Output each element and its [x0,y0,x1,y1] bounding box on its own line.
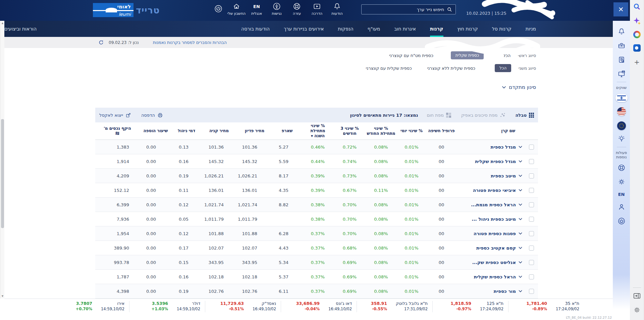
row-checkbox[interactable] [529,159,534,164]
row-checkbox[interactable] [529,231,534,236]
risk-map-button[interactable]: מפת סיכונים באפיק [461,112,505,118]
column-header-fund-name[interactable]: שם קרן [456,128,538,134]
office-ring-icon[interactable] [633,31,641,38]
nav-item[interactable]: מעו"ף [361,21,387,37]
nav-item[interactable]: אירועים בניירות ערך [277,21,331,37]
primary-filter-all[interactable]: הכל [503,53,511,58]
column-header-purchase-price[interactable]: מחיר קניה [201,128,237,134]
fund-name-link[interactable]: איביאי כספית פטורה [456,188,516,193]
export-excel-button[interactable]: ייצוא לאקסל [99,112,131,118]
fund-name-link[interactable]: הראל כספית מגמת... [456,202,516,207]
copilot-sparkle-icon[interactable] [633,17,641,25]
secondary-filter-all[interactable]: הכל [495,64,511,72]
briefcase-icon[interactable] [618,42,626,50]
column-header-exposure-profile[interactable]: פרופיל חשיפה [427,128,456,134]
print-button[interactable]: הדפסה [141,112,163,118]
column-header-3month-change[interactable]: % שינוי 3 חודשים [334,126,366,136]
gear-icon[interactable] [618,178,626,186]
scrollbar-down-arrow[interactable]: ▼ [0,294,5,299]
row-checkbox[interactable] [529,202,534,207]
row-expand-button[interactable] [516,160,525,163]
ticker-item[interactable]: אירו 14:59,10/02 3.7807 +0.70% [53,301,129,312]
nav-item[interactable]: קרנות חוץ [450,21,485,37]
fund-name-link[interactable]: קסם אקטיב כספית [456,245,516,251]
row-expand-button[interactable] [516,146,525,148]
secondary-filter-option-2[interactable]: כספית שקלית עם קונצרני [366,66,412,71]
column-header-sharpe[interactable]: שארפ [272,128,302,134]
column-header-ytd-change-sorted[interactable]: % שינוי מתחילת השנה ▾ [302,123,334,139]
tutorial-button[interactable]: הדרכה [308,2,326,16]
scrollbar-up-arrow[interactable]: ▲ [0,21,5,25]
outlook-icon[interactable] [633,44,641,52]
row-checkbox[interactable] [529,173,534,178]
nav-item[interactable]: קרנות סל [485,21,519,37]
ticker-item[interactable]: ת"א 35 17:24,09/02 1,781.40 -0.89% [508,301,584,312]
row-expand-button[interactable] [516,275,525,278]
row-checkbox[interactable] [529,274,534,279]
column-header-management-fee[interactable]: דמי ניהול [172,128,201,134]
fund-name-link[interactable]: פסגות כספית פטורה [456,231,516,236]
accessibility-button[interactable]: נגישות [268,2,286,16]
bell-icon[interactable] [618,28,626,36]
row-checkbox[interactable] [529,289,534,294]
primary-filter-selected[interactable]: כספית שקלית [451,51,484,59]
row-checkbox[interactable] [529,246,534,251]
row-expand-button[interactable] [516,218,525,220]
nav-item[interactable]: הודעות בורסה [234,21,277,37]
nav-item[interactable]: מניות [519,21,543,37]
screen-mail-icon[interactable] [618,70,626,78]
heat-map-button[interactable]: מפת חום [427,113,451,118]
column-header-addition-rate[interactable]: שיעור הוספה [140,128,172,134]
panel-toggle-icon[interactable] [633,292,641,300]
help-button[interactable]: עזרה [288,2,306,16]
search-icon[interactable] [633,3,641,11]
fund-name-link[interactable]: הראל כספית שקלית [456,274,516,279]
english-button[interactable]: EN אנגלית [248,2,266,16]
row-expand-button[interactable] [516,261,525,264]
primary-filter-option[interactable]: כספית מט"ח עם קונצרני [389,53,433,58]
add-icon[interactable]: + [634,58,640,66]
nav-item[interactable]: איגרות חוב [387,21,423,37]
refresh-icon[interactable] [98,40,104,45]
eu-flag-icon[interactable] [617,121,626,130]
fund-name-link[interactable]: מגדל כספית [456,144,516,150]
ticker-item[interactable]: ת"א גלובל בלוטק 17:31,09/02 358.91 -0.55… [357,301,432,312]
news-search-icon[interactable] [618,56,626,64]
power-icon[interactable] [618,217,626,225]
fund-name-link[interactable]: מיטב כספית ניהול ... [456,216,516,222]
fund-trading-explanations-link[interactable]: הבהרות והסברים למסחר בקרנות נאמנות [153,40,227,45]
israel-flag-icon[interactable] [615,94,628,102]
column-header-redemption-price[interactable]: מחיר פדיון [237,128,272,134]
fund-name-link[interactable]: מיטב כספית [456,173,516,178]
user-icon[interactable] [618,203,626,211]
ticker-item[interactable]: נאסד"ק 16:49,10/02 11,729.63 -0.51% [205,301,281,312]
bulb-icon[interactable] [618,135,626,143]
ticker-item[interactable]: דאו ג'ונס 16:49,10/02 33,686.99 -0.04% [281,301,357,312]
column-header-month-change[interactable]: % שינוי מתחילת החודש [366,126,396,136]
row-expand-button[interactable] [516,189,525,192]
logout-button[interactable] [211,5,225,13]
sidebar-close-button[interactable]: ✕ [613,2,628,16]
row-checkbox[interactable] [529,188,534,193]
fund-name-link[interactable]: מור כספית [456,288,516,294]
row-expand-button[interactable] [516,247,525,249]
my-account-button[interactable]: החשבון שלי [227,2,246,16]
vertical-scrollbar[interactable]: ▲ ▼ [0,21,4,299]
nav-item[interactable]: הנפקות [331,21,360,37]
security-search-input[interactable]: חיפוש נייר ערך [361,4,456,14]
ticker-item[interactable]: ת"א 125 17:24,09/02 1,818.59 -0.97% [432,301,508,312]
row-expand-button[interactable] [516,203,525,206]
notifications-button[interactable]: הודעות [328,2,346,16]
us-flag-icon[interactable] [617,107,626,116]
nav-item-orders-executions[interactable]: הוראות וביצועים [4,21,97,37]
secondary-filter-option-1[interactable]: כספית שקלית ללא קונצרני [427,66,475,71]
gear-icon[interactable] [633,306,641,314]
row-checkbox[interactable] [529,145,534,150]
sidebar-language-toggle[interactable]: EN [618,192,625,197]
column-header-assets-volume[interactable]: היקף נכסים מ' ₪ [95,126,140,136]
row-checkbox[interactable] [529,260,534,265]
advanced-filter-toggle[interactable]: סינון מתקדם [95,84,538,90]
ticker-item[interactable]: דולר 14:59,10/02 3.5396 +1.03% [129,301,205,312]
scrollbar-thumb[interactable] [1,119,4,228]
row-checkbox[interactable] [529,217,534,222]
